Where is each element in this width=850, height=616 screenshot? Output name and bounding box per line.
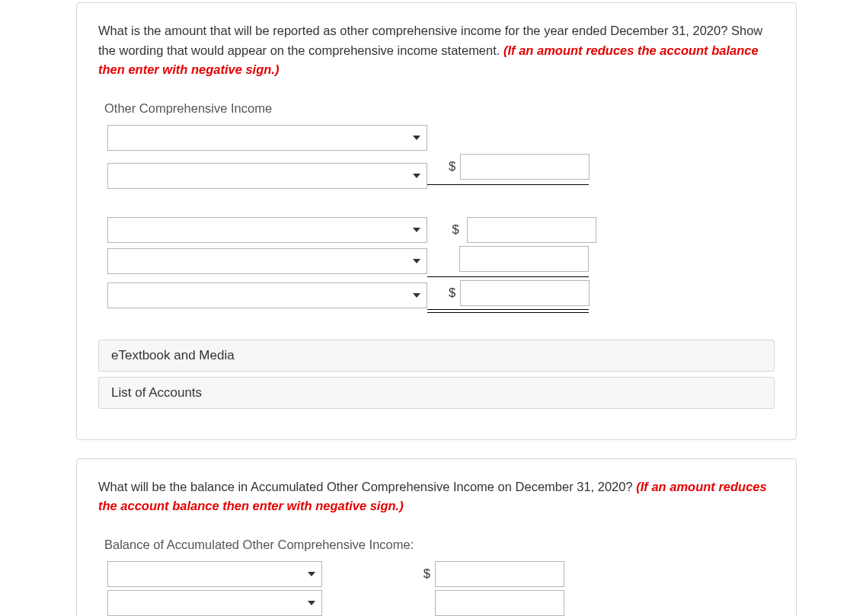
q2-amount-2[interactable] <box>435 590 564 616</box>
dollar-sign: $ <box>449 286 455 300</box>
q1-select-1[interactable] <box>107 125 427 151</box>
q1-select-3[interactable] <box>107 217 427 243</box>
q1-select-4[interactable] <box>107 248 427 274</box>
list-of-accounts-panel[interactable]: List of Accounts <box>98 377 775 409</box>
question-1-text: What is the amount that will be reported… <box>98 21 775 80</box>
q2-amount-1[interactable] <box>435 561 564 587</box>
question-2-prompt: What will be the balance in Accumulated … <box>98 480 636 493</box>
q1-amount-2[interactable] <box>467 217 596 243</box>
q2-form: $ : <box>107 561 775 616</box>
list-of-accounts-label: List of Accounts <box>111 385 202 401</box>
q1-amount-row-1: $ <box>427 154 589 185</box>
q1-amount-1[interactable] <box>460 154 590 180</box>
etextbook-label: eTextbook and Media <box>111 348 235 363</box>
q1-amount-4[interactable] <box>460 280 590 306</box>
q1-select-2[interactable] <box>107 163 427 189</box>
q1-amount-row-4: $ <box>427 280 589 311</box>
etextbook-panel[interactable]: eTextbook and Media <box>98 340 775 372</box>
q1-amount-row-3 <box>427 246 589 277</box>
q1-select-5[interactable] <box>107 282 427 308</box>
q2-select-2[interactable] <box>107 590 322 616</box>
q1-amount-3[interactable] <box>459 246 589 272</box>
q2-section-heading: Balance of Accumulated Other Comprehensi… <box>104 538 775 552</box>
dollar-sign: $ <box>449 222 462 237</box>
dollar-sign: $ <box>449 159 455 174</box>
question-2-text: What will be the balance in Accumulated … <box>98 477 775 516</box>
question-card-1: What is the amount that will be reported… <box>76 2 797 440</box>
question-card-2: What will be the balance in Accumulated … <box>76 458 797 616</box>
dollar-sign: $ <box>420 567 430 581</box>
q2-select-1[interactable] <box>107 561 322 587</box>
q1-amount-row-2: $ <box>427 217 596 243</box>
q1-section-heading: Other Comprehensive Income <box>104 101 775 116</box>
q1-accordion-group: eTextbook and Media List of Accounts <box>98 340 775 409</box>
q1-form: $ $ <box>107 125 775 311</box>
